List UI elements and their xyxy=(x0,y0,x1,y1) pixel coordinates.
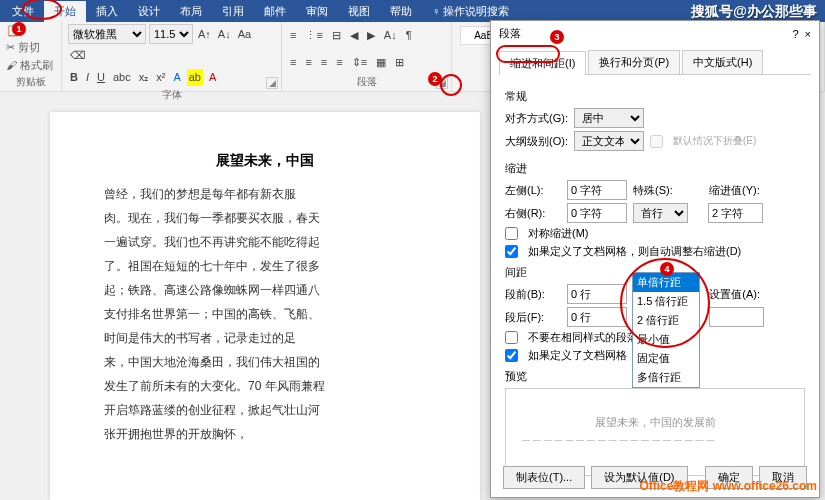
align-left-button[interactable]: ≡ xyxy=(288,54,298,71)
dialog-help-button[interactable]: ? xyxy=(792,28,798,40)
borders-button[interactable]: ⊞ xyxy=(393,54,406,71)
right-indent-label: 右侧(R): xyxy=(505,206,561,221)
shading-button[interactable]: ▦ xyxy=(374,54,388,71)
doc-paragraph: 发生了前所未有的大变化。70 年风雨兼程 xyxy=(80,374,450,398)
tab-home[interactable]: 开始 xyxy=(44,1,86,22)
left-indent-input[interactable] xyxy=(567,180,627,200)
mirror-label: 对称缩进(M) xyxy=(528,226,589,241)
clear-format-button[interactable]: ⌫ xyxy=(68,47,88,64)
font-color-button[interactable]: A xyxy=(207,69,218,86)
special-by-input[interactable] xyxy=(708,203,763,223)
strike-button[interactable]: abc xyxy=(111,69,133,86)
tab-references[interactable]: 引用 xyxy=(212,1,254,22)
tab-mailings[interactable]: 邮件 xyxy=(254,1,296,22)
subscript-button[interactable]: x₂ xyxy=(137,69,151,86)
collapse-label: 默认情况下折叠(E) xyxy=(673,134,756,148)
line-option-double[interactable]: 2 倍行距 xyxy=(633,311,699,330)
doc-paragraph: 起；铁路、高速公路像蜘蛛网一样四通八 xyxy=(80,278,450,302)
after-label: 段后(F): xyxy=(505,310,561,325)
tab-file[interactable]: 文件 xyxy=(2,1,44,22)
annotation-badge-3: 3 xyxy=(550,30,564,44)
cut-button[interactable]: ✂ 剪切 xyxy=(6,40,40,55)
grow-font-button[interactable]: A↑ xyxy=(196,26,213,42)
line-option-exact[interactable]: 固定值 xyxy=(633,349,699,368)
doc-paragraph: 时间是伟大的书写者，记录走过的足 xyxy=(80,326,450,350)
underline-button[interactable]: U xyxy=(95,69,107,86)
multilevel-button[interactable]: ⊟ xyxy=(330,27,343,44)
tab-help[interactable]: 帮助 xyxy=(380,1,422,22)
outline-select[interactable]: 正文文本 xyxy=(574,131,644,151)
tab-review[interactable]: 审阅 xyxy=(296,1,338,22)
outline-label: 大纲级别(O): xyxy=(505,134,568,149)
italic-button[interactable]: I xyxy=(84,69,91,86)
show-marks-button[interactable]: ¶ xyxy=(404,27,414,43)
line-option-min[interactable]: 最小值 xyxy=(633,330,699,349)
align-select[interactable]: 居中 xyxy=(574,108,644,128)
annotation-badge-2: 2 xyxy=(428,72,442,86)
font-name-select[interactable]: 微软雅黑 xyxy=(68,24,146,44)
sort-button[interactable]: A↓ xyxy=(382,27,399,43)
doc-paragraph: 张开拥抱世界的开放胸怀， xyxy=(80,422,450,446)
preview-box: 展望未来，中国的发展前 ─ ─ ─ ─ ─ ─ ─ ─ ─ ─ ─ ─ ─ ─ … xyxy=(505,388,805,476)
dialog-tab-chinese[interactable]: 中文版式(H) xyxy=(682,50,763,74)
at-input[interactable] xyxy=(709,307,764,327)
doc-paragraph: 了。祖国在短短的七十年中，发生了很多 xyxy=(80,254,450,278)
shrink-font-button[interactable]: A↓ xyxy=(216,26,233,42)
tab-layout[interactable]: 布局 xyxy=(170,1,212,22)
dialog-title-text: 段落 xyxy=(499,26,521,41)
tab-tell-me[interactable]: ♀ 操作说明搜索 xyxy=(422,1,519,22)
bullets-button[interactable]: ≡ xyxy=(288,27,298,43)
increase-indent-button[interactable]: ▶ xyxy=(365,27,377,44)
dialog-tab-page[interactable]: 换行和分页(P) xyxy=(588,50,680,74)
special-select[interactable]: 首行 xyxy=(633,203,688,223)
line-spacing-button[interactable]: ⇕≡ xyxy=(350,54,369,71)
group-label-clipboard: 剪贴板 xyxy=(6,73,55,89)
line-option-onehalf[interactable]: 1.5 倍行距 xyxy=(633,292,699,311)
section-general: 常规 xyxy=(505,89,805,104)
tab-view[interactable]: 视图 xyxy=(338,1,380,22)
text-effects-button[interactable]: A xyxy=(171,69,182,86)
special-label: 特殊(S): xyxy=(633,183,673,198)
tab-design[interactable]: 设计 xyxy=(128,1,170,22)
after-input[interactable] xyxy=(567,307,627,327)
auto-adjust-checkbox[interactable] xyxy=(505,245,518,258)
no-space-checkbox[interactable] xyxy=(505,331,518,344)
doc-paragraph: 一遍试穿。我们也不再讲究能不能吃得起 xyxy=(80,230,450,254)
at-label: 设置值(A): xyxy=(709,287,760,302)
right-indent-input[interactable] xyxy=(567,203,627,223)
decrease-indent-button[interactable]: ◀ xyxy=(348,27,360,44)
align-label: 对齐方式(G): xyxy=(505,111,568,126)
watermark-text: 搜狐号@办公那些事 xyxy=(691,3,817,21)
justify-button[interactable]: ≡ xyxy=(334,54,344,71)
section-indent: 缩进 xyxy=(505,161,805,176)
align-center-button[interactable]: ≡ xyxy=(303,54,313,71)
mirror-checkbox[interactable] xyxy=(505,227,518,240)
dialog-close-button[interactable]: × xyxy=(805,28,811,40)
align-right-button[interactable]: ≡ xyxy=(319,54,329,71)
paragraph-dialog: 段落 ? × 缩进和间距(I) 换行和分页(P) 中文版式(H) 常规 对齐方式… xyxy=(490,20,820,498)
snap-grid-checkbox[interactable] xyxy=(505,349,518,362)
before-label: 段前(B): xyxy=(505,287,561,302)
doc-paragraph: 肉。现在，我们每一季都要买衣服，春天 xyxy=(80,206,450,230)
font-size-select[interactable]: 11.5 xyxy=(149,24,193,44)
font-dialog-launcher[interactable]: ◢ xyxy=(266,77,278,89)
before-input[interactable] xyxy=(567,284,627,304)
change-case-button[interactable]: Aa xyxy=(236,26,253,42)
tab-insert[interactable]: 插入 xyxy=(86,1,128,22)
line-option-multi[interactable]: 多倍行距 xyxy=(633,368,699,387)
document-page[interactable]: 展望未来，中国 曾经，我们的梦想是每年都有新衣服 肉。现在，我们每一季都要买衣服… xyxy=(50,112,480,500)
collapse-checkbox[interactable] xyxy=(650,135,663,148)
format-painter-button[interactable]: 🖌 格式刷 xyxy=(6,58,53,73)
bold-button[interactable]: B xyxy=(68,69,80,86)
highlight-button[interactable]: ab xyxy=(187,69,203,86)
doc-title: 展望未来，中国 xyxy=(80,152,450,170)
tabstops-button[interactable]: 制表位(T)... xyxy=(503,466,585,489)
dialog-tab-indent[interactable]: 缩进和间距(I) xyxy=(499,51,586,75)
numbering-button[interactable]: ⋮≡ xyxy=(303,27,324,44)
annotation-badge-4: 4 xyxy=(660,262,674,276)
group-label-paragraph: 段落 xyxy=(288,73,445,89)
superscript-button[interactable]: x² xyxy=(154,69,167,86)
auto-adjust-label: 如果定义了文档网格，则自动调整右缩进(D) xyxy=(528,244,741,259)
doc-paragraph: 开启筚路蓝缕的创业征程，掀起气壮山河 xyxy=(80,398,450,422)
left-indent-label: 左侧(L): xyxy=(505,183,561,198)
